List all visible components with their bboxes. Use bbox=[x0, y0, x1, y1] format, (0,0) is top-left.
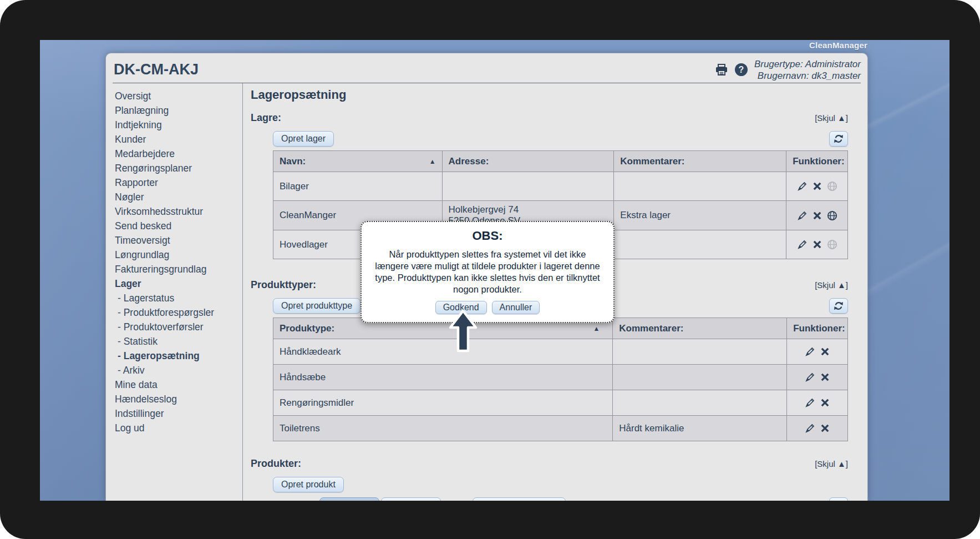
lagre-col-funktioner: Funktioner: bbox=[786, 151, 848, 172]
produkttype-comment bbox=[613, 339, 787, 365]
produkter-section-title: Produkter: bbox=[251, 458, 301, 470]
help-icon[interactable]: ? bbox=[735, 63, 748, 76]
sidebar-item-statistik[interactable]: - Statistik bbox=[115, 334, 242, 349]
up-arrow-pointer-icon bbox=[447, 309, 479, 356]
edit-icon[interactable] bbox=[797, 210, 808, 221]
sidebar-item-medarbejdere[interactable]: Medarbejdere bbox=[115, 147, 242, 161]
sidebar-item-lageropsaetning[interactable]: - Lageropsætning bbox=[115, 349, 242, 363]
lagre-col-adresse[interactable]: Adresse: bbox=[442, 151, 614, 172]
sidebar-item-log-ud[interactable]: Log ud bbox=[115, 421, 242, 435]
sidebar-item-rengoringsplaner[interactable]: Rengøringsplaner bbox=[115, 161, 242, 175]
view-dropdown[interactable]: Alle produktg... ▼ bbox=[473, 497, 566, 501]
sidebar-item-lagerstatus[interactable]: - Lagerstatus bbox=[115, 291, 242, 305]
filter-forhandler-button[interactable]: Forhandler bbox=[381, 497, 441, 501]
delete-icon[interactable] bbox=[813, 182, 822, 191]
delete-icon[interactable] bbox=[813, 240, 822, 249]
lagre-col-navn[interactable]: Navn:▲ bbox=[273, 151, 443, 172]
sidebar-item-planlaegning[interactable]: Planlægning bbox=[115, 103, 242, 118]
lager-comment bbox=[614, 230, 786, 259]
sidebar-item-longrundlag[interactable]: Løngrundlag bbox=[115, 248, 242, 262]
user-name-label: Brugernavn: dk3_master bbox=[754, 70, 861, 82]
produkttype-comment bbox=[613, 365, 787, 390]
sidebar-item-mine-data[interactable]: Mine data bbox=[115, 377, 242, 392]
brand-label: CleanManager bbox=[809, 41, 867, 50]
dialog-message: Når produkttypen slettes fra systemet vi… bbox=[372, 249, 603, 295]
user-type-label: Brugertype: Administrator bbox=[754, 58, 861, 70]
table-row: Toiletrens Hårdt kemikalie bbox=[273, 416, 848, 441]
sidebar-item-timeoversigt[interactable]: Timeoversigt bbox=[115, 233, 242, 248]
lagre-hide-link[interactable]: [Skjul ▲] bbox=[815, 113, 848, 123]
produkttyper-hide-link[interactable]: [Skjul ▲] bbox=[815, 280, 848, 290]
sidebar-item-indtjekning[interactable]: Indtjekning bbox=[115, 118, 242, 132]
globe-icon[interactable] bbox=[827, 239, 837, 250]
view-label: Vis: bbox=[451, 500, 467, 501]
sidebar-item-virksomhedsstruktur[interactable]: Virksomhedsstruktur bbox=[115, 204, 242, 219]
edit-icon[interactable] bbox=[805, 346, 815, 357]
delete-icon[interactable] bbox=[820, 347, 830, 356]
globe-icon[interactable] bbox=[827, 181, 837, 192]
sidebar-item-rapporter[interactable]: Rapporter bbox=[115, 175, 242, 190]
sidebar-nav: Oversigt Planlægning Indtjekning Kunder … bbox=[106, 83, 243, 501]
produkter-refresh-button[interactable] bbox=[829, 497, 848, 501]
edit-icon[interactable] bbox=[805, 397, 815, 408]
sidebar-item-oversigt[interactable]: Oversigt bbox=[115, 89, 242, 103]
produkttyper-refresh-button[interactable] bbox=[829, 298, 848, 314]
sidebar-item-indstillinger[interactable]: Indstillinger bbox=[115, 406, 242, 421]
lagre-section-title: Lagre: bbox=[251, 112, 281, 124]
lagre-refresh-button[interactable] bbox=[829, 131, 848, 147]
globe-icon[interactable] bbox=[827, 210, 837, 221]
refresh-icon bbox=[834, 134, 844, 144]
sidebar-item-faktureringsgrundlag[interactable]: Faktureringsgrundlag bbox=[115, 262, 242, 276]
filter-produktgruppe-button[interactable]: Produktg... bbox=[319, 497, 379, 501]
table-row: Rengøringsmidler bbox=[273, 390, 848, 416]
lager-comment: Ekstra lager bbox=[614, 201, 786, 230]
sidebar-item-kunder[interactable]: Kunder bbox=[115, 132, 242, 147]
produkttyper-col-funktioner: Funktioner: bbox=[787, 318, 848, 339]
edit-icon[interactable] bbox=[797, 239, 808, 250]
sidebar-item-produktoverfoersler[interactable]: - Produktoverførsler bbox=[115, 320, 242, 334]
produkttype-comment: Hårdt kemikalie bbox=[613, 416, 787, 441]
refresh-icon bbox=[834, 301, 844, 311]
create-produkt-button[interactable]: Opret produkt bbox=[273, 477, 344, 492]
lager-name: Bilager bbox=[273, 172, 443, 201]
delete-icon[interactable] bbox=[820, 398, 830, 407]
panel-header: DK-CM-AKJ ? Brugertype: Administrat bbox=[113, 53, 861, 83]
user-info: Brugertype: Administrator Brugernavn: dk… bbox=[754, 58, 861, 82]
produkttype-name: Toiletrens bbox=[273, 416, 613, 441]
lager-address bbox=[442, 172, 614, 201]
printer-icon[interactable] bbox=[715, 64, 728, 76]
produkttype-name: Håndklædeark bbox=[273, 339, 613, 365]
produkttyper-section-title: Produkttyper: bbox=[251, 279, 316, 291]
sidebar-item-haendelseslog[interactable]: Hændelseslog bbox=[115, 392, 242, 406]
sort-asc-icon: ▲ bbox=[593, 325, 600, 333]
sidebar-item-lager[interactable]: Lager bbox=[115, 276, 242, 291]
create-produkttype-button[interactable]: Opret produkttype bbox=[273, 298, 360, 314]
edit-icon[interactable] bbox=[797, 181, 808, 192]
lagre-col-kommentarer[interactable]: Kommentarer: bbox=[614, 151, 786, 172]
delete-icon[interactable] bbox=[820, 372, 830, 382]
filter-label: Begræns: bbox=[273, 500, 314, 501]
edit-icon[interactable] bbox=[805, 372, 815, 382]
sidebar-item-nogler[interactable]: Nøgler bbox=[115, 190, 242, 204]
produkter-hide-link[interactable]: [Skjul ▲] bbox=[815, 459, 848, 469]
table-row: Håndsæbe bbox=[273, 365, 848, 390]
sidebar-item-produktforespoergsler[interactable]: - Produktforespørgsler bbox=[115, 305, 242, 320]
refresh-icon bbox=[834, 500, 844, 501]
sort-asc-icon: ▲ bbox=[429, 158, 436, 165]
confirm-dialog: OBS: Når produkttypen slettes fra system… bbox=[360, 221, 615, 323]
cancel-button[interactable]: Annuller bbox=[492, 301, 540, 314]
page-title: Lageropsætning bbox=[251, 88, 848, 102]
produkttyper-table: Produktype:▲ Kommentarer: Funktioner: Hå… bbox=[273, 318, 848, 441]
produkttype-name: Håndsæbe bbox=[273, 365, 613, 390]
sidebar-item-send-besked[interactable]: Send besked bbox=[115, 219, 242, 233]
delete-icon[interactable] bbox=[813, 211, 822, 220]
company-title: DK-CM-AKJ bbox=[113, 61, 199, 78]
sidebar-item-arkiv[interactable]: - Arkiv bbox=[115, 363, 242, 377]
table-row: Bilager bbox=[273, 172, 848, 201]
produkttype-name: Rengøringsmidler bbox=[273, 390, 613, 416]
delete-icon[interactable] bbox=[820, 424, 830, 433]
table-row: Håndklædeark bbox=[273, 339, 848, 365]
create-lager-button[interactable]: Opret lager bbox=[273, 131, 334, 147]
edit-icon[interactable] bbox=[805, 423, 815, 434]
produkttyper-col-kommentarer[interactable]: Kommentarer: bbox=[613, 318, 787, 339]
